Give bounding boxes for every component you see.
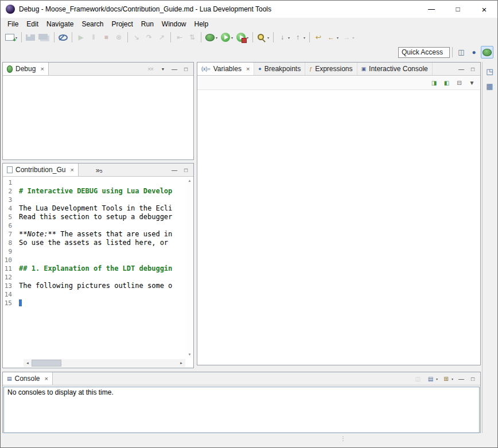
step-over-button[interactable]: ↷	[143, 31, 155, 44]
close-icon[interactable]: ×	[246, 65, 250, 72]
minimized-view-button[interactable]: ▦	[484, 80, 496, 92]
console-minimize-button[interactable]: —	[456, 373, 466, 384]
dropdown-arrow-icon[interactable]: ▾	[436, 377, 438, 381]
dropdown-arrow-icon[interactable]: ▾	[304, 36, 305, 40]
next-annotation-button[interactable]: ↓▾	[277, 31, 291, 44]
menu-search[interactable]: Search	[77, 19, 107, 29]
editor-minimize-button[interactable]: —	[169, 165, 180, 175]
open-search-button[interactable]: ▾	[256, 31, 270, 44]
dropdown-arrow-icon[interactable]: ▾	[337, 36, 339, 40]
previous-annotation-button[interactable]: ↑▾	[292, 31, 306, 44]
menu-help[interactable]: Help	[190, 19, 213, 29]
last-edit-location-button[interactable]: ↩	[313, 31, 324, 44]
remove-all-terminated-button[interactable]: ××	[145, 63, 156, 75]
ldt-perspective-button[interactable]: ●	[468, 46, 480, 59]
line-content[interactable]: **Note:** The assets that are used in	[19, 230, 172, 239]
display-selected-console-button[interactable]: ▤▾	[425, 372, 439, 385]
debug-view-menu-button[interactable]: ▼	[158, 64, 168, 74]
terminate-button[interactable]: ■	[100, 31, 112, 44]
step-into-button[interactable]: ↘	[131, 31, 142, 44]
line-content[interactable]: The following pictures outline some o	[19, 282, 172, 290]
menu-project[interactable]: Project	[107, 19, 137, 29]
restore-minimized-view-button[interactable]: ◳	[484, 65, 496, 77]
variables-maximize-button[interactable]: □	[468, 64, 478, 74]
tab-expressions[interactable]: ƒExpressions	[305, 63, 357, 75]
tab-console[interactable]: ▤ Console ×	[3, 372, 53, 385]
resize-grip[interactable]: ⋮	[340, 435, 346, 442]
tab-interactive-console[interactable]: ▣Interactive Console	[357, 63, 433, 75]
scrollbar-thumb[interactable]	[32, 360, 61, 367]
variables-minimize-button[interactable]: —	[456, 64, 466, 74]
pin-console-button[interactable]: ◫	[412, 372, 423, 385]
resume-button[interactable]: ▶	[75, 31, 87, 44]
forward-button[interactable]: →▾	[341, 31, 355, 44]
toolbar-separator	[309, 32, 310, 42]
tab-debug[interactable]: Debug ×	[3, 63, 49, 75]
drop-to-frame-button[interactable]: ⇤	[174, 31, 185, 44]
line-content[interactable]: # Interactive DEBUG using Lua Develop	[19, 187, 172, 196]
window-minimize-button[interactable]: —	[418, 1, 445, 18]
open-perspective-button[interactable]: ◫	[456, 46, 467, 59]
quick-access-field[interactable]: Quick Access	[398, 47, 450, 58]
dropdown-arrow-icon[interactable]: ▾	[352, 36, 354, 40]
window-close-button[interactable]: ×	[471, 1, 497, 18]
editor-vertical-scrollbar[interactable]: ▲ ▼	[186, 177, 193, 358]
dropdown-arrow-icon[interactable]: ▾	[231, 36, 233, 40]
save-button[interactable]	[25, 31, 36, 44]
skip-all-breakpoints-button[interactable]	[57, 31, 69, 44]
dropdown-arrow-icon[interactable]: ▾	[288, 36, 290, 40]
line-content[interactable]: ## 1. Explanation of the LDT debuggin	[19, 264, 172, 273]
line-content[interactable]: The Lua Development Tools in the Ecli	[19, 204, 172, 213]
line-content[interactable]	[19, 299, 22, 307]
window-maximize-button[interactable]: □	[445, 1, 471, 18]
close-icon[interactable]: ×	[70, 166, 73, 173]
suspend-button[interactable]: ‖	[88, 31, 99, 44]
menu-run[interactable]: Run	[137, 19, 158, 29]
back-button[interactable]: ←▾	[325, 31, 340, 44]
dropdown-arrow-icon[interactable]: ▾	[247, 36, 248, 40]
use-step-filters-button[interactable]: ⇅	[186, 31, 198, 44]
scroll-left-icon[interactable]: ◄	[24, 361, 32, 365]
editor-horizontal-scrollbar[interactable]: ◄ ►	[24, 359, 185, 367]
editor-maximize-button[interactable]: □	[181, 165, 191, 175]
scroll-up-icon[interactable]: ▲	[186, 177, 193, 184]
line-content[interactable]: So use the assets as listed here, or	[19, 239, 172, 247]
dropdown-arrow-icon[interactable]: ▾	[452, 377, 453, 381]
dropdown-arrow-icon[interactable]: ▾	[216, 36, 217, 40]
tab-variables[interactable]: (x)=Variables×	[197, 63, 254, 75]
menu-file[interactable]: File	[3, 19, 22, 29]
run-as-button[interactable]: ▾	[220, 31, 234, 44]
open-console-button[interactable]: ⊞▾	[440, 372, 454, 385]
debug-minimize-button[interactable]: —	[169, 64, 180, 74]
show-logical-structures-button[interactable]: ◧	[441, 77, 452, 89]
editor-view: Contribution_Gu × » 5 — □ 12# Interactiv…	[2, 163, 194, 368]
tab-contribution-guide[interactable]: Contribution_Gu ×	[3, 163, 79, 176]
step-return-button[interactable]: ↗	[156, 31, 168, 44]
debug-as-button[interactable]: ▾	[204, 31, 219, 44]
view-menu-button[interactable]: ▼	[466, 77, 477, 89]
scroll-right-icon[interactable]: ►	[177, 361, 185, 365]
close-icon[interactable]: ×	[45, 375, 48, 382]
console-maximize-button[interactable]: □	[468, 373, 478, 384]
line-content[interactable]: Read this section to setup a debugger	[19, 213, 172, 221]
debug-perspective-button[interactable]	[481, 46, 493, 59]
code-segment: The Lua Development Tools in the Ecli	[19, 204, 172, 212]
debug-maximize-button[interactable]: □	[181, 64, 191, 74]
editor-overflow-chevron[interactable]: » 5	[92, 163, 106, 176]
menu-navigate[interactable]: Navigate	[42, 19, 77, 29]
disconnect-button[interactable]: ⊗	[113, 31, 124, 44]
console-output[interactable]: No consoles to display at this time.	[3, 387, 480, 433]
run-external-tools-button[interactable]: ▾	[235, 31, 250, 44]
show-type-names-button[interactable]: ◨	[428, 77, 439, 89]
close-icon[interactable]: ×	[40, 65, 44, 72]
editor-code-area[interactable]: 12# Interactive DEBUG using Lua Develop3…	[3, 178, 185, 358]
dropdown-arrow-icon[interactable]: ▾	[267, 36, 269, 40]
tab-breakpoints[interactable]: ●Breakpoints	[254, 63, 305, 75]
collapse-all-button[interactable]: ⊟	[453, 77, 465, 89]
scroll-down-icon[interactable]: ▼	[186, 351, 193, 358]
menu-window[interactable]: Window	[158, 19, 190, 29]
new-wizard-button[interactable]: ▾	[4, 31, 18, 44]
editor-line: 4The Lua Development Tools in the Ecli	[3, 204, 185, 213]
save-all-button[interactable]	[37, 31, 51, 44]
menu-edit[interactable]: Edit	[22, 19, 42, 29]
